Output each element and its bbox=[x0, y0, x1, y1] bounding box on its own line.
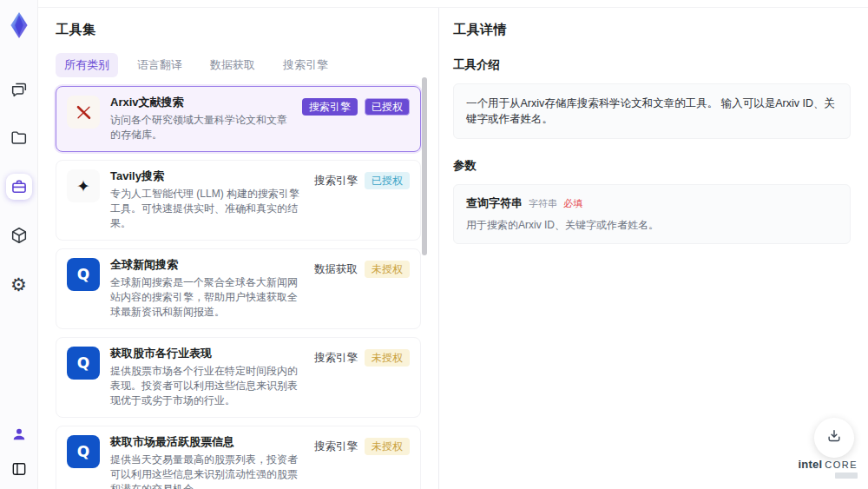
rail-nav: ⚙ bbox=[6, 76, 32, 297]
tool-auth-badge: 未授权 bbox=[365, 349, 410, 367]
rail-bottom bbox=[0, 421, 38, 482]
page-title: 工具集 bbox=[56, 22, 438, 38]
gear-icon[interactable]: ⚙ bbox=[6, 271, 32, 297]
tool-detail-panel: 工具详情 工具介绍 一个用于从Arxiv存储库搜索科学论文和文章的工具。 输入可… bbox=[439, 8, 868, 489]
tool-icon: Q bbox=[67, 258, 100, 291]
tool-badges: 搜索引擎 已授权 bbox=[314, 169, 410, 231]
tool-icon: Q bbox=[67, 347, 100, 380]
intel-core-logo: intel CORE bbox=[798, 458, 858, 479]
scrollbar-thumb[interactable] bbox=[422, 77, 427, 255]
app-window: ⚙ 工具集 所有类别语言翻译数据获取搜索引擎 bbox=[0, 0, 868, 489]
tool-auth-badge: 已授权 bbox=[365, 172, 410, 189]
chat-icon[interactable] bbox=[6, 76, 32, 102]
tool-category-badge: 搜索引擎 bbox=[314, 438, 358, 455]
tool-category-badge: 数据获取 bbox=[314, 261, 358, 278]
param-required-flag: 必填 bbox=[563, 197, 582, 210]
category-tab[interactable]: 搜索引擎 bbox=[274, 53, 337, 77]
tool-badges: 数据获取 未授权 bbox=[314, 258, 410, 320]
app-logo-icon[interactable] bbox=[6, 9, 32, 42]
tool-badges: 搜索引擎 未授权 bbox=[314, 347, 410, 408]
tool-description: 访问各个研究领域大量科学论文和文章的存储库。 bbox=[110, 113, 292, 142]
tool-description: 全球新闻搜索是一个聚合全球各大新闻网站内容的搜索引擎，帮助用户快速获取全球最新资… bbox=[110, 275, 304, 320]
category-tab[interactable]: 所有类别 bbox=[56, 53, 118, 77]
tool-title: 获取市场最活跃股票信息 bbox=[110, 435, 304, 449]
tool-category-badge: 搜索引擎 bbox=[314, 172, 358, 189]
brand-core-text: CORE bbox=[825, 459, 858, 470]
tool-badges: 搜索引擎 未授权 bbox=[314, 435, 410, 489]
tool-description: 提供股票市场各个行业在特定时间段内的表现。投资者可以利用这些信息来识别表现优于或… bbox=[110, 364, 304, 408]
tool-card[interactable]: Q 全球新闻搜索 全球新闻搜索是一个聚合全球各大新闻网站内容的搜索引擎，帮助用户… bbox=[56, 248, 421, 329]
tool-icon bbox=[67, 96, 100, 129]
category-tabs: 所有类别语言翻译数据获取搜索引擎 bbox=[56, 53, 438, 77]
tool-badges: 搜索引擎 已授权 bbox=[302, 96, 410, 142]
brand-intel-text: intel bbox=[798, 458, 822, 471]
tool-card[interactable]: Arxiv文献搜索 访问各个研究领域大量科学论文和文章的存储库。 搜索引擎 已授… bbox=[56, 86, 421, 152]
folder-icon[interactable] bbox=[6, 125, 32, 151]
download-button[interactable] bbox=[814, 418, 854, 458]
tool-card[interactable]: ✦ Tavily搜索 专为人工智能代理 (LLM) 构建的搜索引擎工具。可快速提… bbox=[56, 160, 421, 241]
tool-auth-badge: 未授权 bbox=[365, 438, 410, 455]
left-rail: ⚙ bbox=[0, 0, 38, 489]
tool-title: Tavily搜索 bbox=[110, 169, 304, 183]
user-icon[interactable] bbox=[6, 421, 32, 447]
tool-description: 专为人工智能代理 (LLM) 构建的搜索引擎工具。可快速提供实时、准确和真实的结… bbox=[110, 187, 304, 231]
intro-text: 一个用于从Arxiv存储库搜索科学论文和文章的工具。 输入可以是Arxiv ID… bbox=[453, 83, 851, 139]
param-type: 字符串 bbox=[529, 197, 557, 210]
tool-card-list: Arxiv文献搜索 访问各个研究领域大量科学论文和文章的存储库。 搜索引擎 已授… bbox=[56, 86, 421, 489]
params-heading: 参数 bbox=[453, 158, 851, 174]
tool-list-panel: 工具集 所有类别语言翻译数据获取搜索引擎 Arxiv文献搜索 访问各个研究领域大… bbox=[38, 8, 438, 489]
cube-icon[interactable] bbox=[6, 222, 32, 248]
tool-auth-badge: 已授权 bbox=[365, 98, 410, 116]
panel-toggle-icon[interactable] bbox=[6, 456, 32, 482]
tool-card[interactable]: Q 获取股市各行业表现 提供股票市场各个行业在特定时间段内的表现。投资者可以利用… bbox=[56, 337, 421, 418]
tool-title: 获取股市各行业表现 bbox=[110, 347, 304, 360]
tool-category-badge: 搜索引擎 bbox=[302, 98, 358, 116]
intro-heading: 工具介绍 bbox=[453, 57, 851, 73]
category-tab[interactable]: 数据获取 bbox=[201, 53, 264, 77]
download-icon bbox=[825, 427, 843, 448]
tool-description: 提供当天交易量最高的股票列表，投资者可以利用这些信息来识别流动性强的股票和潜在的… bbox=[110, 453, 304, 489]
category-tab[interactable]: 语言翻译 bbox=[128, 53, 191, 77]
tool-title: Arxiv文献搜索 bbox=[110, 96, 292, 109]
params-box: 查询字符串 字符串 必填 用于搜索的Arxiv ID、关键字或作者姓名。 bbox=[453, 184, 851, 244]
tool-card[interactable]: Q 获取市场最活跃股票信息 提供当天交易量最高的股票列表，投资者可以利用这些信息… bbox=[56, 426, 421, 489]
detail-title: 工具详情 bbox=[453, 22, 851, 38]
param-description: 用于搜索的Arxiv ID、关键字或作者姓名。 bbox=[466, 218, 838, 233]
tool-auth-badge: 未授权 bbox=[365, 261, 410, 278]
param-name: 查询字符串 bbox=[466, 195, 523, 211]
tool-title: 全球新闻搜索 bbox=[110, 258, 304, 272]
tool-icon: Q bbox=[67, 435, 100, 468]
tool-category-badge: 搜索引擎 bbox=[314, 349, 358, 367]
tool-icon: ✦ bbox=[67, 169, 100, 202]
briefcase-icon[interactable] bbox=[6, 174, 32, 200]
param-item: 查询字符串 字符串 必填 用于搜索的Arxiv ID、关键字或作者姓名。 bbox=[466, 195, 838, 233]
brand-badge bbox=[835, 472, 858, 479]
